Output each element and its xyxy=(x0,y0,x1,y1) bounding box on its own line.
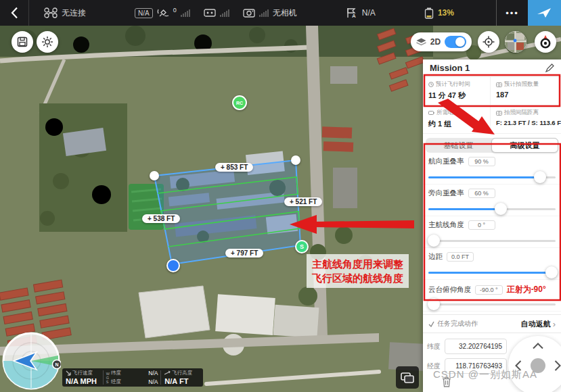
edge-distance-label-bottom[interactable]: + 797 FT xyxy=(225,249,263,258)
camera-status: 无相机 xyxy=(273,7,297,19)
side-overlap-value[interactable]: 60 % xyxy=(468,189,495,198)
gimbal-annotation: 正射为-90° xyxy=(507,284,546,295)
slider-thumb[interactable] xyxy=(545,266,558,278)
stat-battery-count-value: 约 1 组 xyxy=(428,119,486,129)
north-badge: N xyxy=(55,362,58,367)
tab-basic-settings[interactable]: 基础设置 xyxy=(426,138,491,153)
clock-icon xyxy=(428,82,434,87)
mission-header: Mission 1 xyxy=(423,59,561,77)
finish-action-row[interactable]: 任务完成动作 自动返航 › xyxy=(423,314,561,333)
stat-battery-count: 所需电池数 约 1 组 xyxy=(423,105,491,134)
telemetry-lng-label: 经度 xyxy=(111,378,121,385)
margin-label: 边距 xyxy=(428,252,443,262)
setting-course-overlap: 航向重叠率 90 % xyxy=(423,153,561,185)
tab-advanced-settings[interactable]: 高级设置 xyxy=(491,138,558,153)
telemetry-altitude: 飞行高度 N/A FT xyxy=(161,368,203,387)
telemetry-coords: W G S 纬度N/A 经度N/A xyxy=(104,368,161,387)
save-mission-button[interactable] xyxy=(12,31,33,53)
altitude-value: N/A FT xyxy=(164,377,200,385)
route-start-marker: S xyxy=(295,240,309,253)
heading-compass: N xyxy=(1,331,61,392)
setting-gimbal-pitch: 云台俯仰角度 -90.0 ° 正射为-90° xyxy=(423,280,561,312)
more-options-dots: ••• xyxy=(506,8,519,18)
finish-action-value: 自动返航 xyxy=(521,319,551,329)
back-chevron-icon xyxy=(11,7,18,19)
route-angle-value[interactable]: 0 ° xyxy=(468,220,495,230)
minimap-button[interactable] xyxy=(505,31,526,53)
nudge-right-button[interactable] xyxy=(554,360,561,372)
telemetry-lng-value: N/A xyxy=(148,378,158,385)
telemetry-speed: 飞行速度 N/A MPH xyxy=(62,368,103,387)
margin-value[interactable]: 0.0 FT xyxy=(447,252,474,262)
stat-battery-count-label: 所需电池数 xyxy=(436,109,466,117)
mission-panel: Mission 1 预计飞行时间 11 分 47 秒 预计拍照数量 187 所需… xyxy=(423,59,561,392)
course-overlap-label: 航向重叠率 xyxy=(428,157,464,166)
map-layer-switch-button[interactable] xyxy=(396,366,419,389)
setting-route-angle: 主航线角度 0 ° xyxy=(423,216,561,248)
minimap-thumbnail xyxy=(505,31,526,53)
slider-thumb[interactable] xyxy=(495,203,507,215)
svg-text:A: A xyxy=(352,13,356,19)
battery-count-icon xyxy=(428,110,434,116)
satellite-icon xyxy=(157,7,169,18)
coordinates-section: 纬度 32.202764195 经度 118.716763493 xyxy=(423,333,561,392)
side-overlap-slider[interactable] xyxy=(428,203,556,215)
gps-signal-bars xyxy=(181,9,190,17)
gimbal-pitch-slider[interactable] xyxy=(428,298,556,310)
edit-pencil-icon[interactable] xyxy=(545,64,554,72)
course-overlap-value[interactable]: 90 % xyxy=(468,157,495,166)
flight-mode-value: N/A xyxy=(362,8,376,18)
gps-satellite-count: 0 xyxy=(173,7,177,14)
map-mode-label: 2D xyxy=(430,37,441,47)
route-angle-slider[interactable] xyxy=(428,235,556,247)
point-nudge-dpad xyxy=(508,336,561,392)
map-layers-icon xyxy=(401,372,414,383)
speed-arrow-icon xyxy=(66,370,71,376)
takeoff-button[interactable] xyxy=(528,0,561,26)
slider-thumb[interactable] xyxy=(428,298,440,310)
finish-action-icon xyxy=(428,321,434,327)
top-status-bar: 无连接 N/A 0 无相机 xyxy=(0,0,561,26)
map-mode-pill: 2D xyxy=(411,32,472,51)
signal-na-badge: N/A xyxy=(135,8,153,18)
mission-title: Mission 1 xyxy=(430,63,470,73)
gimbal-pitch-label: 云台俯仰角度 xyxy=(428,285,471,295)
app-root: { "topbar": { "aircraft_status": "无连接", … xyxy=(0,0,561,392)
edge-distance-label-left[interactable]: + 538 FT xyxy=(142,214,180,223)
rc-signal-bars xyxy=(220,9,229,17)
annotation-line2: 飞行区域的航线角度 xyxy=(312,271,403,285)
telemetry-lat-value: N/A xyxy=(148,370,158,376)
polygon-handle-bottom-left[interactable] xyxy=(166,259,180,272)
margin-slider[interactable] xyxy=(428,266,556,278)
latitude-field[interactable]: 32.202764195 xyxy=(445,339,507,354)
slider-thumb[interactable] xyxy=(534,171,546,183)
rc-marker-label: RC xyxy=(236,101,243,105)
nudge-up-button[interactable] xyxy=(532,343,544,349)
gimbal-pitch-value[interactable]: -90.0 ° xyxy=(475,285,503,295)
crosshair-icon xyxy=(483,36,495,48)
stat-photo-interval-value: F: 21.3 FT / S: 113.6 FT xyxy=(496,119,557,126)
compass-reset-button[interactable] xyxy=(535,31,556,53)
photo-interval-icon xyxy=(496,110,502,116)
polygon-handle-top-right[interactable] xyxy=(291,155,300,165)
mission-settings-button[interactable] xyxy=(37,31,58,53)
layers-icon xyxy=(416,38,426,47)
polygon-handle-top-left[interactable] xyxy=(150,171,159,180)
remote-controller-icon xyxy=(204,8,216,18)
map-2d-toggle[interactable] xyxy=(445,36,466,48)
compass-icon xyxy=(538,34,553,49)
back-button[interactable] xyxy=(0,0,29,26)
setting-side-overlap: 旁向重叠率 60 % xyxy=(423,185,561,216)
photo-count-icon xyxy=(496,82,502,87)
edge-distance-label-right[interactable]: + 521 FT xyxy=(284,197,322,206)
slider-thumb[interactable] xyxy=(428,235,440,247)
more-options-button[interactable]: ••• xyxy=(496,0,528,26)
stat-photo-count: 预计拍照数量 187 xyxy=(491,77,561,105)
edge-distance-label-top[interactable]: + 853 FT xyxy=(215,163,253,172)
toggle-knob xyxy=(455,37,465,47)
stat-flight-time: 预计飞行时间 11 分 47 秒 xyxy=(423,77,491,105)
course-overlap-slider[interactable] xyxy=(428,171,556,183)
stat-photo-count-label: 预计拍照数量 xyxy=(504,80,539,89)
locate-button[interactable] xyxy=(478,31,499,53)
finish-action-label: 任务完成动作 xyxy=(437,319,478,328)
